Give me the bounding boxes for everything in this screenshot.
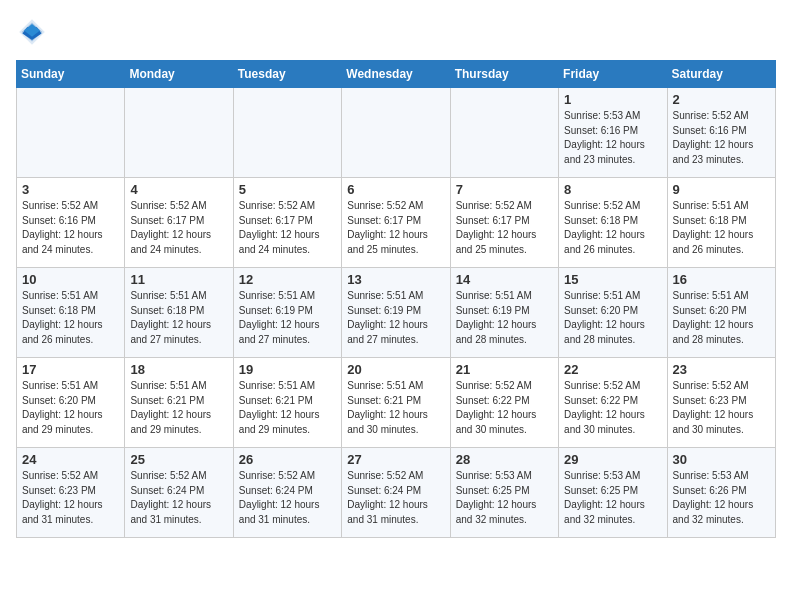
day-info: Sunrise: 5:53 AM Sunset: 6:26 PM Dayligh… [673,469,770,527]
day-info: Sunrise: 5:52 AM Sunset: 6:17 PM Dayligh… [347,199,444,257]
calendar-cell: 19Sunrise: 5:51 AM Sunset: 6:21 PM Dayli… [233,358,341,448]
calendar-cell: 16Sunrise: 5:51 AM Sunset: 6:20 PM Dayli… [667,268,775,358]
day-info: Sunrise: 5:51 AM Sunset: 6:18 PM Dayligh… [673,199,770,257]
day-info: Sunrise: 5:52 AM Sunset: 6:24 PM Dayligh… [130,469,227,527]
calendar-cell [125,88,233,178]
day-number: 15 [564,272,661,287]
calendar-cell: 29Sunrise: 5:53 AM Sunset: 6:25 PM Dayli… [559,448,667,538]
day-number: 28 [456,452,553,467]
day-info: Sunrise: 5:53 AM Sunset: 6:16 PM Dayligh… [564,109,661,167]
calendar-cell: 3Sunrise: 5:52 AM Sunset: 6:16 PM Daylig… [17,178,125,268]
day-info: Sunrise: 5:52 AM Sunset: 6:23 PM Dayligh… [673,379,770,437]
day-info: Sunrise: 5:52 AM Sunset: 6:17 PM Dayligh… [130,199,227,257]
calendar-cell: 28Sunrise: 5:53 AM Sunset: 6:25 PM Dayli… [450,448,558,538]
calendar-cell: 22Sunrise: 5:52 AM Sunset: 6:22 PM Dayli… [559,358,667,448]
calendar-cell: 15Sunrise: 5:51 AM Sunset: 6:20 PM Dayli… [559,268,667,358]
calendar-cell: 26Sunrise: 5:52 AM Sunset: 6:24 PM Dayli… [233,448,341,538]
calendar-header: SundayMondayTuesdayWednesdayThursdayFrid… [17,61,776,88]
page-header [16,16,776,48]
day-number: 22 [564,362,661,377]
calendar-cell: 11Sunrise: 5:51 AM Sunset: 6:18 PM Dayli… [125,268,233,358]
day-number: 6 [347,182,444,197]
day-number: 12 [239,272,336,287]
day-number: 4 [130,182,227,197]
day-number: 20 [347,362,444,377]
calendar-cell: 27Sunrise: 5:52 AM Sunset: 6:24 PM Dayli… [342,448,450,538]
calendar-cell: 30Sunrise: 5:53 AM Sunset: 6:26 PM Dayli… [667,448,775,538]
calendar-table: SundayMondayTuesdayWednesdayThursdayFrid… [16,60,776,538]
day-number: 23 [673,362,770,377]
calendar-week-row: 3Sunrise: 5:52 AM Sunset: 6:16 PM Daylig… [17,178,776,268]
calendar-cell: 13Sunrise: 5:51 AM Sunset: 6:19 PM Dayli… [342,268,450,358]
day-number: 16 [673,272,770,287]
calendar-cell: 21Sunrise: 5:52 AM Sunset: 6:22 PM Dayli… [450,358,558,448]
weekday-header: Monday [125,61,233,88]
calendar-cell: 2Sunrise: 5:52 AM Sunset: 6:16 PM Daylig… [667,88,775,178]
calendar-cell: 20Sunrise: 5:51 AM Sunset: 6:21 PM Dayli… [342,358,450,448]
day-number: 3 [22,182,119,197]
calendar-cell: 10Sunrise: 5:51 AM Sunset: 6:18 PM Dayli… [17,268,125,358]
calendar-cell: 17Sunrise: 5:51 AM Sunset: 6:20 PM Dayli… [17,358,125,448]
day-info: Sunrise: 5:51 AM Sunset: 6:18 PM Dayligh… [22,289,119,347]
day-number: 19 [239,362,336,377]
day-number: 21 [456,362,553,377]
day-number: 27 [347,452,444,467]
day-number: 13 [347,272,444,287]
day-info: Sunrise: 5:51 AM Sunset: 6:21 PM Dayligh… [239,379,336,437]
calendar-cell: 18Sunrise: 5:51 AM Sunset: 6:21 PM Dayli… [125,358,233,448]
weekday-header: Saturday [667,61,775,88]
day-number: 9 [673,182,770,197]
day-number: 26 [239,452,336,467]
day-number: 2 [673,92,770,107]
day-info: Sunrise: 5:52 AM Sunset: 6:24 PM Dayligh… [239,469,336,527]
day-number: 8 [564,182,661,197]
calendar-week-row: 17Sunrise: 5:51 AM Sunset: 6:20 PM Dayli… [17,358,776,448]
calendar-cell: 8Sunrise: 5:52 AM Sunset: 6:18 PM Daylig… [559,178,667,268]
logo [16,16,52,48]
day-number: 11 [130,272,227,287]
calendar-cell [17,88,125,178]
day-info: Sunrise: 5:52 AM Sunset: 6:17 PM Dayligh… [239,199,336,257]
day-info: Sunrise: 5:51 AM Sunset: 6:21 PM Dayligh… [130,379,227,437]
day-number: 30 [673,452,770,467]
day-info: Sunrise: 5:53 AM Sunset: 6:25 PM Dayligh… [456,469,553,527]
calendar-cell: 9Sunrise: 5:51 AM Sunset: 6:18 PM Daylig… [667,178,775,268]
weekday-header: Friday [559,61,667,88]
calendar-cell [450,88,558,178]
day-info: Sunrise: 5:52 AM Sunset: 6:23 PM Dayligh… [22,469,119,527]
day-info: Sunrise: 5:52 AM Sunset: 6:22 PM Dayligh… [456,379,553,437]
day-info: Sunrise: 5:52 AM Sunset: 6:24 PM Dayligh… [347,469,444,527]
day-info: Sunrise: 5:52 AM Sunset: 6:18 PM Dayligh… [564,199,661,257]
calendar-cell: 4Sunrise: 5:52 AM Sunset: 6:17 PM Daylig… [125,178,233,268]
day-number: 10 [22,272,119,287]
calendar-week-row: 24Sunrise: 5:52 AM Sunset: 6:23 PM Dayli… [17,448,776,538]
calendar-cell: 7Sunrise: 5:52 AM Sunset: 6:17 PM Daylig… [450,178,558,268]
day-info: Sunrise: 5:51 AM Sunset: 6:18 PM Dayligh… [130,289,227,347]
calendar-cell: 23Sunrise: 5:52 AM Sunset: 6:23 PM Dayli… [667,358,775,448]
weekday-header: Sunday [17,61,125,88]
logo-icon [16,16,48,48]
calendar-cell: 1Sunrise: 5:53 AM Sunset: 6:16 PM Daylig… [559,88,667,178]
weekday-header: Tuesday [233,61,341,88]
day-number: 18 [130,362,227,377]
day-info: Sunrise: 5:51 AM Sunset: 6:19 PM Dayligh… [347,289,444,347]
calendar-week-row: 10Sunrise: 5:51 AM Sunset: 6:18 PM Dayli… [17,268,776,358]
day-number: 25 [130,452,227,467]
day-info: Sunrise: 5:51 AM Sunset: 6:19 PM Dayligh… [239,289,336,347]
calendar-cell [233,88,341,178]
weekday-header: Wednesday [342,61,450,88]
day-info: Sunrise: 5:52 AM Sunset: 6:16 PM Dayligh… [673,109,770,167]
calendar-cell: 6Sunrise: 5:52 AM Sunset: 6:17 PM Daylig… [342,178,450,268]
calendar-cell: 5Sunrise: 5:52 AM Sunset: 6:17 PM Daylig… [233,178,341,268]
day-number: 1 [564,92,661,107]
calendar-week-row: 1Sunrise: 5:53 AM Sunset: 6:16 PM Daylig… [17,88,776,178]
day-info: Sunrise: 5:51 AM Sunset: 6:20 PM Dayligh… [673,289,770,347]
calendar-cell: 25Sunrise: 5:52 AM Sunset: 6:24 PM Dayli… [125,448,233,538]
day-info: Sunrise: 5:52 AM Sunset: 6:22 PM Dayligh… [564,379,661,437]
day-info: Sunrise: 5:52 AM Sunset: 6:16 PM Dayligh… [22,199,119,257]
day-number: 29 [564,452,661,467]
day-number: 5 [239,182,336,197]
day-number: 17 [22,362,119,377]
day-number: 24 [22,452,119,467]
day-info: Sunrise: 5:52 AM Sunset: 6:17 PM Dayligh… [456,199,553,257]
